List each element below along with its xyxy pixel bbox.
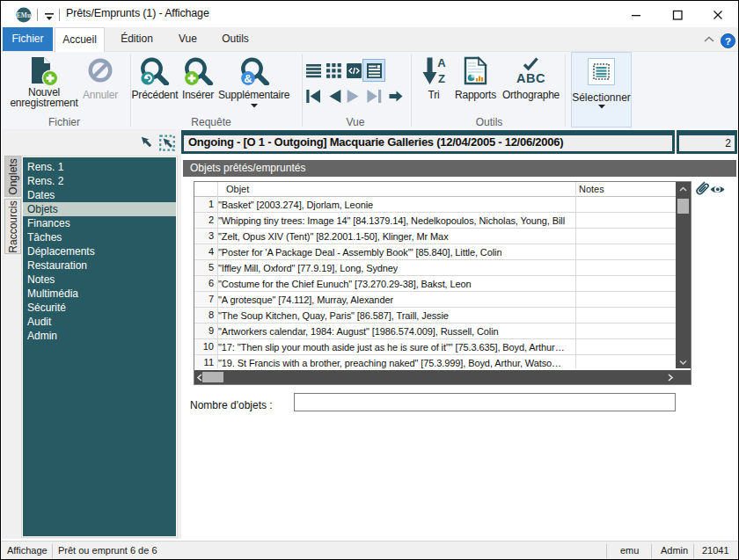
svg-text:A: A	[437, 57, 446, 69]
svg-text:Z: Z	[438, 72, 445, 85]
svg-text:&: &	[244, 72, 252, 85]
svg-text:?: ?	[725, 36, 731, 47]
svg-text:EMu: EMu	[17, 11, 31, 19]
svg-text:ABC: ABC	[516, 71, 545, 84]
